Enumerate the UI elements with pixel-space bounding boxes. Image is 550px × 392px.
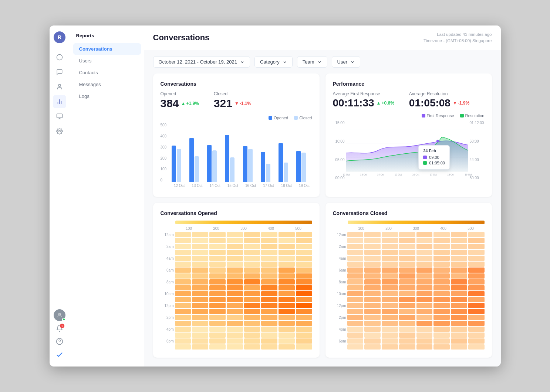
bar-group (243, 146, 259, 182)
heatmap-cell (192, 285, 208, 290)
bar-date-label: 18 Oct (279, 184, 294, 188)
heatmap-cell (347, 338, 364, 344)
nav-chat-icon[interactable] (53, 65, 66, 79)
sidebar-item-contacts[interactable]: Contacts (73, 67, 141, 78)
heatmap-cell (364, 303, 381, 308)
heatmap-cell (451, 309, 467, 314)
bar-opened (279, 143, 283, 182)
heatmap-cell (399, 256, 415, 261)
category-filter[interactable]: Category (254, 56, 293, 68)
heatmap-cell (175, 315, 191, 320)
date-range-filter[interactable]: October 12, 2021 - October 19, 2021 (153, 56, 250, 68)
heatmap-cell (261, 238, 277, 243)
heatmap-cell (192, 291, 208, 296)
heatmap-cell (279, 238, 295, 243)
bar-opened (172, 146, 176, 182)
nav-home-icon[interactable] (53, 51, 66, 64)
bar-date-label: 14 Oct (207, 184, 223, 188)
heatmap-cell (382, 250, 398, 255)
heatmap-cell (209, 273, 226, 279)
heatmap-cell (209, 232, 226, 237)
heatmap-cell (227, 338, 243, 344)
heatmap-row (161, 262, 312, 267)
heatmap-cell (399, 309, 415, 314)
notifications-icon[interactable]: 1 (56, 325, 63, 334)
nav-reports-icon[interactable] (53, 95, 66, 108)
heatmap-cell (382, 344, 398, 350)
opened-trend: ▲ +1.9% (181, 101, 199, 106)
heatmap-cell (468, 315, 485, 320)
sidebar: Reports Conversations Users Contacts Mes… (70, 25, 144, 367)
heatmap-cell (244, 297, 260, 302)
heatmap-cell (192, 315, 208, 320)
heatmap-cell (261, 297, 277, 302)
sidebar-item-conversations[interactable]: Conversations (73, 43, 141, 55)
user-filter[interactable]: User (332, 56, 360, 68)
sidebar-item-messages[interactable]: Messages (73, 79, 141, 90)
svg-text:12 Oct: 12 Oct (343, 173, 350, 176)
heatmap-cell (433, 262, 450, 267)
heatmap-cell (347, 297, 364, 302)
sidebar-item-users[interactable]: Users (73, 55, 141, 67)
bar-date-label: 12 Oct (172, 184, 187, 188)
heatmap-cell (468, 256, 485, 261)
heatmap-cell (261, 338, 277, 344)
heatmap-cell (244, 279, 260, 284)
heatmap-cell (261, 344, 277, 350)
heatmap-cell (261, 273, 277, 279)
heatmap-row: 8am (161, 279, 312, 284)
heatmap-cell (364, 338, 381, 344)
heatmap-cell (364, 267, 381, 273)
heatmap-cell (296, 344, 312, 350)
heatmap-row: 2am (333, 244, 485, 249)
heatmap-cell (364, 250, 381, 255)
heatmap-cell (227, 327, 243, 332)
heatmap-cell (175, 262, 191, 267)
heatmap-cell (279, 321, 295, 326)
heatmap-cell (433, 232, 450, 237)
heatmap-cell (382, 338, 398, 344)
heatmap-row (161, 273, 312, 279)
heatmap-cell (244, 315, 260, 320)
heatmap-cell (209, 285, 226, 290)
heatmap-cell (227, 303, 243, 308)
bar-date-label: 16 Oct (243, 184, 259, 188)
heatmap-cell (451, 250, 467, 255)
team-filter[interactable]: Team (297, 56, 327, 68)
bar-group (279, 143, 294, 182)
heatmap-cell (279, 267, 295, 273)
heatmap-cell (382, 321, 398, 326)
heatmap-cell (399, 262, 415, 267)
main-content: Conversations Last updated 43 minutes ag… (144, 25, 501, 367)
sidebar-item-logs[interactable]: Logs (73, 91, 141, 102)
heatmap-cell (399, 279, 415, 284)
heatmap-cell (364, 285, 381, 290)
user-status-icon[interactable] (54, 309, 65, 321)
heatmap-row: 10am (161, 291, 312, 296)
heatmap-cell (244, 303, 260, 308)
heatmap-cell (244, 267, 260, 273)
heatmap-cell (347, 267, 364, 273)
bar-opened (225, 135, 229, 182)
check-icon[interactable] (55, 351, 64, 361)
heatmap-cell (296, 315, 312, 320)
dashboard-grid: Conversations Opened 384 ▲ +1.9% Closed (144, 74, 501, 367)
heatmap-cell (416, 262, 433, 267)
heatmap-cell (416, 327, 433, 332)
svg-text:13 Oct: 13 Oct (360, 173, 367, 176)
heatmap-cell (175, 291, 191, 296)
heatmap-cell (261, 327, 277, 332)
heatmap-cell (227, 244, 243, 249)
heatmap-row: 12pm (333, 303, 485, 308)
heatmap-cell (192, 244, 208, 249)
help-icon[interactable] (56, 338, 63, 347)
heatmap-cell (227, 291, 243, 296)
heatmap-cell (416, 250, 433, 255)
heatmap-cell (175, 267, 191, 273)
user-avatar[interactable]: R (54, 31, 65, 43)
heatmap-cell (451, 291, 467, 296)
heatmap-cell (399, 303, 415, 308)
nav-settings-icon[interactable] (53, 125, 66, 138)
nav-team-icon[interactable] (53, 110, 66, 123)
nav-contacts-icon[interactable] (53, 80, 66, 93)
